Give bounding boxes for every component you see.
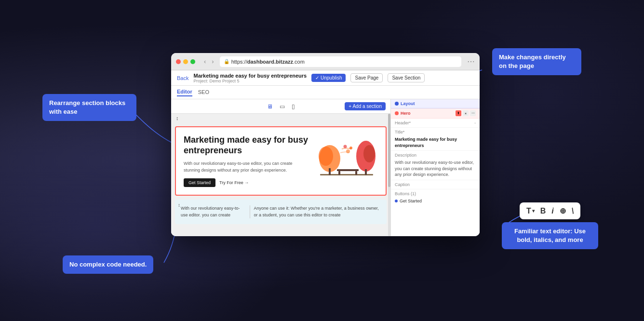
svg-point-12 xyxy=(349,147,352,149)
lock-icon: 🔒 xyxy=(224,59,229,64)
bold-icon[interactable]: B xyxy=(540,207,546,215)
section-drag-handle[interactable]: ↕ xyxy=(178,202,180,208)
hero-action-2[interactable]: × xyxy=(463,110,469,116)
hero-buttons: Get Started Try For Free → xyxy=(184,178,309,187)
svg-rect-4 xyxy=(355,171,357,175)
callout-nocode-text: No complex code needed. xyxy=(69,261,147,268)
save-section-button[interactable]: Save Section xyxy=(388,73,425,82)
description-field-value[interactable]: With our revolutionary easy-to-use edito… xyxy=(395,160,476,178)
italic-icon[interactable]: i xyxy=(551,207,553,215)
svg-rect-2 xyxy=(337,169,359,171)
svg-rect-10 xyxy=(365,169,367,175)
page-info: Marketing made easy for busy entrepreneu… xyxy=(193,73,307,83)
app-toolbar: Back Marketing made easy for busy entrep… xyxy=(171,70,480,86)
hero-text: Marketing made easy for busy entrepreneu… xyxy=(184,135,309,187)
header-field-row: Header* › xyxy=(391,119,480,128)
svg-point-6 xyxy=(319,147,333,166)
header-field-arrow[interactable]: › xyxy=(474,121,476,125)
description-field-section: Description With our revolutionary easy-… xyxy=(391,151,480,180)
link-icon[interactable]: ⊕ xyxy=(560,206,566,215)
caption-field-label: Caption xyxy=(395,182,410,187)
traffic-lights xyxy=(176,59,195,64)
desktop-view-button[interactable]: 🖥 xyxy=(265,102,275,111)
device-icons: 🖥 ▭ ▯ xyxy=(265,102,297,111)
content-section: ↕ With our revolutionary easy-to-use edi… xyxy=(175,200,387,224)
hero-label: Hero xyxy=(401,111,411,116)
drag-handle-arrow[interactable]: ↕ xyxy=(171,114,390,122)
hero-section-header: Hero ⬆ × ⋯ xyxy=(391,108,480,119)
add-section-button[interactable]: + Add a section xyxy=(345,102,386,110)
hero-panel-actions: ⬆ × ⋯ xyxy=(456,110,476,116)
canvas-toolbar: 🖥 ▭ ▯ + Add a section xyxy=(171,99,390,114)
unpublish-button[interactable]: ✓ Unpublish xyxy=(311,74,346,82)
buttons-field-section: Buttons (1) Get Started xyxy=(391,189,480,206)
editor-tabs: Editor SEO xyxy=(171,86,480,99)
address-bar[interactable]: 🔒 https://dashboard.bitzazz.com xyxy=(220,56,461,67)
tab-seo[interactable]: SEO xyxy=(198,89,209,96)
try-free-button[interactable]: Try For Free → xyxy=(219,180,249,185)
hero-action-3[interactable]: ⋯ xyxy=(470,110,476,116)
hero-action-1[interactable]: ⬆ xyxy=(456,110,461,116)
title-field-section: Title* Marketing made easy for busy entr… xyxy=(391,128,480,151)
svg-point-9 xyxy=(363,145,375,162)
back-nav-button[interactable]: ‹ xyxy=(202,57,208,66)
callout-rearrange: Rearrange section blocks with ease xyxy=(42,94,136,121)
description-field-label: Description xyxy=(395,153,476,158)
minimize-button[interactable] xyxy=(183,59,188,64)
title-field-label: Title* xyxy=(395,130,476,134)
save-page-button[interactable]: Save Page xyxy=(350,73,383,82)
url-text: https://dashboard.bitzazz.com xyxy=(231,59,305,65)
button-label[interactable]: Get Started xyxy=(400,199,422,203)
editor-main: 🖥 ▭ ▯ + Add a section ↕ Marketing made e… xyxy=(171,99,480,236)
callout-changes-text: Make changes directly on the page xyxy=(499,54,566,69)
callout-editor-text: Familiar text editor: Use bold, italics,… xyxy=(514,227,586,243)
svg-rect-3 xyxy=(338,171,340,175)
tab-editor[interactable]: Editor xyxy=(177,89,192,96)
svg-point-11 xyxy=(346,149,350,153)
canvas-scrollbar-thumb xyxy=(388,114,390,187)
canvas-area: 🖥 ▭ ▯ + Add a section ↕ Marketing made e… xyxy=(171,99,390,236)
layout-dot xyxy=(395,102,399,106)
header-field-label: Header* xyxy=(395,120,411,125)
hero-title: Marketing made easy for busy entrepreneu… xyxy=(184,135,309,156)
browser-menu-button[interactable]: ⋯ xyxy=(467,57,475,66)
callout-editor: Familiar text editor: Use bold, italics,… xyxy=(502,222,598,249)
svg-point-13 xyxy=(344,145,347,148)
close-button[interactable] xyxy=(176,59,181,64)
callout-changes: Make changes directly on the page xyxy=(492,48,581,75)
tablet-view-button[interactable]: ▭ xyxy=(278,102,287,111)
layout-label: Layout xyxy=(401,101,415,106)
canvas-scrollbar[interactable] xyxy=(388,114,390,236)
project-subtitle: Project: Demo Project 5 xyxy=(193,79,307,83)
content-text-1: With our revolutionary easy-to-use edito… xyxy=(181,205,246,218)
button-dot xyxy=(395,200,398,202)
hero-illustration xyxy=(315,139,378,183)
buttons-field-label: Buttons (1) xyxy=(395,191,476,196)
hero-dot xyxy=(395,111,399,115)
hero-description: With our revolutionary easy-to-use edito… xyxy=(184,160,309,174)
callout-nocode: No complex code needed. xyxy=(63,255,153,274)
editor-toolbar-area: T ▾ B i ⊕ / Familiar text editor: Use bo… xyxy=(502,202,598,249)
hero-section: Marketing made easy for busy entrepreneu… xyxy=(175,126,387,196)
back-button[interactable]: Back xyxy=(177,75,188,81)
nav-arrows: ‹ › xyxy=(202,57,216,66)
browser-window: ‹ › 🔒 https://dashboard.bitzazz.com ⋯ Ba… xyxy=(171,53,480,236)
button-item-1: Get Started xyxy=(395,198,476,204)
mobile-view-button[interactable]: ▯ xyxy=(290,102,297,111)
browser-chrome: ‹ › 🔒 https://dashboard.bitzazz.com ⋯ xyxy=(171,53,480,70)
text-type-icon[interactable]: T ▾ xyxy=(526,207,535,215)
forward-nav-button[interactable]: › xyxy=(210,57,215,66)
content-row: With our revolutionary easy-to-use edito… xyxy=(181,205,381,218)
maximize-button[interactable] xyxy=(190,59,195,64)
text-editor-toolbar: T ▾ B i ⊕ / xyxy=(520,202,580,219)
get-started-button[interactable]: Get Started xyxy=(184,178,215,187)
callout-rearrange-text: Rearrange section blocks with ease xyxy=(49,99,125,115)
draw-icon[interactable]: / xyxy=(569,207,576,215)
layout-header: Layout xyxy=(391,99,480,108)
right-panel: Layout Hero ⬆ × ⋯ Header* › xyxy=(390,99,480,236)
page-title: Marketing made easy for busy entrepreneu… xyxy=(193,73,307,79)
content-text-2: Anyone can use it: Whether you're a mark… xyxy=(250,205,381,218)
title-field-value[interactable]: Marketing made easy for busy entrepreneu… xyxy=(395,136,476,148)
hero-content: Marketing made easy for busy entrepreneu… xyxy=(184,135,378,187)
caption-field-row: Caption xyxy=(391,180,480,189)
